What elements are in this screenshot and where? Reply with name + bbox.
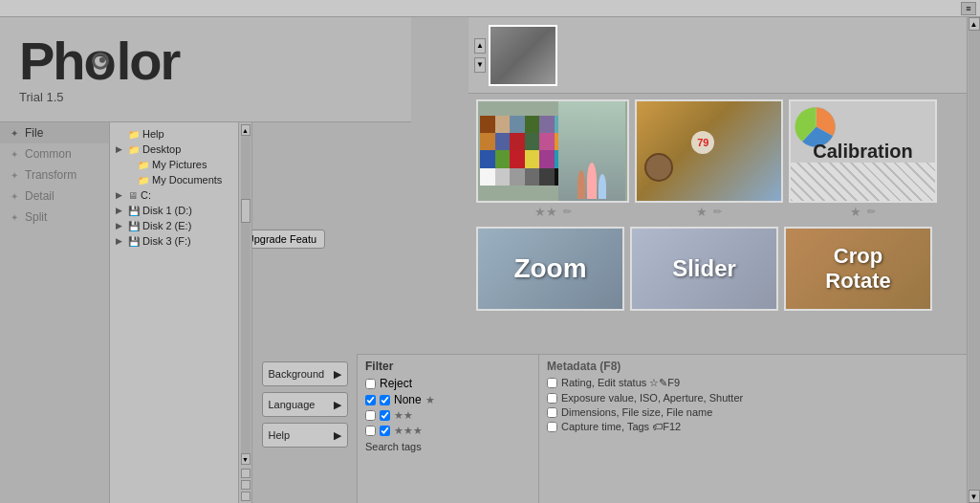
meta-rating-checkbox[interactable] [547, 378, 557, 388]
scroll-up-btn[interactable]: ▲ [241, 124, 250, 136]
tree-label-disk1: Disk 1 (D:) [142, 205, 192, 216]
zoom-label: Zoom [513, 253, 586, 284]
filter-row-onestar: ★★ [365, 409, 531, 422]
folder-icon-help: 📁 [128, 129, 140, 140]
logo-text: Ph [19, 34, 84, 88]
filter-none-checkbox[interactable] [365, 395, 376, 405]
help-btn-arrow: ▶ [334, 429, 341, 442]
feat-crop[interactable]: CropRotate [784, 227, 932, 311]
tree-item-disk3[interactable]: ▶ 💾 Disk 3 (F:) [110, 233, 238, 249]
tree-label-desktop: Desktop [142, 143, 181, 155]
language-btn-arrow: ▶ [334, 399, 341, 411]
sidebar-item-common[interactable]: ✦ Common [0, 143, 109, 164]
filter-reject-label: Reject [380, 377, 412, 390]
tree-item-mydocuments[interactable]: 📁 My Documents [110, 172, 238, 187]
scroll-extra2[interactable] [241, 480, 250, 490]
image-frame-3[interactable]: Calibration [789, 99, 937, 203]
metadata-panel: Metadata (F8) Rating, Edit status ☆✎F9 E… [539, 355, 967, 503]
meta-capture-checkbox[interactable] [547, 422, 557, 432]
scroll-extra[interactable] [241, 469, 250, 478]
sidebar-item-file[interactable]: ✦ File [0, 122, 109, 143]
filter-title: Filter [365, 360, 531, 373]
filter-twostar-checkbox1[interactable] [365, 426, 376, 436]
tree-label-mypictures: My Pictures [152, 159, 207, 170]
center-scrollbar: ▲ ▼ [239, 122, 252, 503]
thumb-nav-down[interactable]: ▼ [474, 57, 486, 73]
image-frame-2[interactable]: 79 [635, 99, 783, 203]
scroll-extra3[interactable] [241, 492, 250, 501]
tree-item-help[interactable]: 📁 Help [110, 126, 238, 142]
folder-icon-mypictures: 📁 [138, 160, 149, 170]
image-bottom-2: ★ ✏ [696, 205, 722, 219]
tree-item-desktop[interactable]: ▶ 📁 Desktop [110, 142, 238, 157]
scroll-track [241, 136, 250, 453]
filter-two-stars: ★★ [394, 409, 413, 422]
lens-icon [92, 53, 109, 70]
background-button[interactable]: Background ▶ [262, 361, 348, 386]
help-button[interactable]: Help ▶ [262, 423, 348, 448]
feat-slider[interactable]: Slider [630, 227, 778, 311]
character-1 [644, 153, 678, 196]
stars-1: ★★ [534, 205, 557, 219]
slider-label: Slider [672, 255, 736, 282]
header: Ph o lor Trial 1.5 [0, 17, 411, 122]
filter-onestar-checkbox1[interactable] [365, 410, 376, 421]
scroll-down-btn[interactable]: ▼ [241, 453, 250, 465]
right-scroll-down[interactable]: ▼ [969, 490, 980, 503]
tree-label-mydocuments: My Documents [152, 174, 222, 186]
file-icon: ✦ [8, 126, 21, 140]
sidebar-item-detail-label: Detail [25, 189, 54, 203]
meta-row-dimensions: Dimensions, File size, File name [547, 406, 959, 418]
tree-label-help: Help [142, 128, 164, 140]
filter-none-star-checkbox[interactable] [380, 395, 390, 405]
sidebar-item-detail[interactable]: ✦ Detail [0, 186, 109, 207]
filter-three-stars: ★★★ [394, 425, 423, 437]
tree-arrow-disk2: ▶ [116, 221, 125, 230]
bottom-panels: Filter Reject None ★ ★★ ★★★ Search tags [358, 354, 967, 503]
tree-label-c: C: [141, 189, 151, 201]
logo-o: o [84, 34, 117, 88]
sidebar-item-file-label: File [25, 126, 43, 140]
tree-item-disk1[interactable]: ▶ 💾 Disk 1 (D:) [110, 203, 238, 218]
background-btn-arrow: ▶ [334, 368, 341, 381]
menu-btn[interactable]: ≡ [961, 2, 976, 15]
filter-twostar-checkbox2[interactable] [380, 426, 390, 436]
tree-arrow-c: ▶ [116, 190, 125, 200]
calibration-label: Calibration [813, 141, 912, 162]
filter-onestar-checkbox2[interactable] [380, 410, 390, 421]
folder-icon-c: 🖥 [128, 190, 138, 201]
language-btn-label: Language [269, 399, 316, 410]
meta-dimensions-label: Dimensions, File size, File name [561, 406, 712, 418]
filter-one-star: ★ [425, 394, 435, 406]
gallery: ▲ ▼ [468, 17, 967, 371]
tree-item-mypictures[interactable]: 📁 My Pictures [110, 157, 238, 172]
meta-exposure-checkbox[interactable] [547, 393, 557, 404]
right-scroll-up[interactable]: ▲ [969, 17, 980, 31]
image-card-2: 79 ★ ✏ [635, 99, 783, 219]
scroll-thumb[interactable] [241, 199, 250, 223]
top-bar: ≡ [0, 0, 980, 17]
lens-dot [99, 57, 105, 63]
thumb-selected[interactable] [489, 25, 557, 86]
doll2 [587, 163, 597, 199]
filter-reject-checkbox[interactable] [365, 379, 376, 389]
language-button[interactable]: Language ▶ [262, 392, 348, 417]
detail-icon: ✦ [8, 189, 21, 203]
tree-arrow-disk1: ▶ [116, 206, 125, 215]
sidebar-item-split[interactable]: ✦ Split [0, 207, 109, 228]
calib-grid [791, 163, 935, 201]
image-frame-1[interactable] [476, 99, 629, 203]
sidebar-item-transform[interactable]: ✦ Transform [0, 164, 109, 186]
meta-row-rating: Rating, Edit status ☆✎F9 [547, 377, 959, 389]
meta-dimensions-checkbox[interactable] [547, 407, 557, 418]
tree-item-c[interactable]: ▶ 🖥 C: [110, 187, 238, 203]
folder-icon-disk3: 💾 [128, 236, 140, 247]
edit-icon-3: ✏ [867, 206, 876, 218]
tree-arrow-disk3: ▶ [116, 236, 125, 246]
tree-item-disk2[interactable]: ▶ 💾 Disk 2 (E:) [110, 218, 238, 233]
tree-label-disk3: Disk 3 (F:) [142, 235, 191, 247]
feat-zoom[interactable]: Zoom [476, 227, 624, 311]
thumb-nav-up[interactable]: ▲ [474, 38, 486, 54]
stars-2: ★ [696, 205, 708, 219]
doll1 [577, 170, 585, 199]
